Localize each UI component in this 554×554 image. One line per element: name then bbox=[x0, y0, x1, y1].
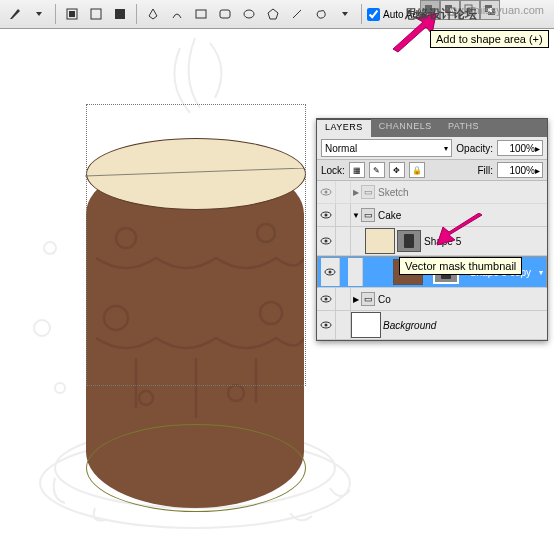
lock-fill-row: Lock: ▦ ✎ ✥ 🔒 Fill: 100%▸ bbox=[317, 159, 547, 181]
svg-point-33 bbox=[325, 191, 328, 194]
lock-label: Lock: bbox=[321, 165, 345, 176]
link-cell bbox=[336, 181, 351, 203]
opacity-label: Opacity: bbox=[456, 143, 493, 154]
svg-rect-4 bbox=[196, 10, 206, 18]
paths-icon[interactable] bbox=[85, 3, 107, 25]
layer-cake-group[interactable]: ▼ ▭ Cake bbox=[317, 204, 547, 227]
blend-mode-select[interactable]: Normal bbox=[321, 139, 452, 157]
svg-line-31 bbox=[85, 168, 305, 176]
svg-point-37 bbox=[325, 240, 328, 243]
visibility-icon[interactable] bbox=[317, 288, 336, 310]
svg-point-21 bbox=[34, 320, 50, 336]
layer-name: Cake bbox=[378, 210, 401, 221]
lock-pixels-icon[interactable]: ✎ bbox=[369, 162, 385, 178]
svg-point-20 bbox=[44, 242, 56, 254]
rounded-rect-icon[interactable] bbox=[214, 3, 236, 25]
fill-input[interactable]: 100%▸ bbox=[497, 162, 543, 178]
lock-position-icon[interactable]: ✥ bbox=[389, 162, 405, 178]
visibility-icon[interactable] bbox=[317, 311, 336, 339]
svg-point-22 bbox=[55, 383, 65, 393]
custom-shape-icon[interactable] bbox=[310, 3, 332, 25]
svg-point-6 bbox=[244, 10, 254, 18]
overlay-text: 思缘设计论坛 bbox=[405, 6, 477, 23]
pen-tool-icon[interactable] bbox=[4, 3, 26, 25]
layer-thumbnail[interactable] bbox=[351, 312, 381, 338]
layer-sketch[interactable]: ▶ ▭ Sketch bbox=[317, 181, 547, 204]
blend-opacity-row: Normal Opacity: 100%▸ bbox=[317, 137, 547, 159]
svg-point-29 bbox=[139, 391, 153, 405]
lock-all-icon[interactable]: 🔒 bbox=[409, 162, 425, 178]
tab-channels[interactable]: CHANNELS bbox=[371, 119, 440, 137]
panel-tabs: LAYERS CHANNELS PATHS bbox=[317, 119, 547, 137]
svg-rect-5 bbox=[220, 10, 230, 18]
layer-co-group[interactable]: ▶ ▭ Co bbox=[317, 288, 547, 311]
svg-point-35 bbox=[325, 214, 328, 217]
layer-background[interactable]: Background bbox=[317, 311, 547, 340]
layer-name: Background bbox=[383, 320, 436, 331]
visibility-icon[interactable] bbox=[321, 258, 340, 286]
svg-line-7 bbox=[293, 10, 301, 18]
link-cell bbox=[336, 288, 351, 310]
svg-point-39 bbox=[329, 271, 332, 274]
fill-pixels-icon[interactable] bbox=[109, 3, 131, 25]
svg-rect-3 bbox=[115, 9, 125, 19]
folder-icon: ▭ bbox=[361, 208, 375, 222]
vector-mask-thumbnail[interactable] bbox=[397, 230, 421, 252]
svg-point-30 bbox=[228, 385, 244, 401]
svg-point-41 bbox=[325, 298, 328, 301]
separator bbox=[361, 4, 362, 24]
pen-icon[interactable] bbox=[142, 3, 164, 25]
rectangle-icon[interactable] bbox=[190, 3, 212, 25]
separator bbox=[55, 4, 56, 24]
visibility-icon[interactable] bbox=[317, 181, 336, 203]
tooltip-add-shape: Add to shape area (+) bbox=[430, 30, 549, 48]
visibility-icon[interactable] bbox=[317, 204, 336, 226]
twirl-icon[interactable]: ▼ bbox=[351, 211, 361, 220]
transform-bounds[interactable] bbox=[86, 104, 306, 386]
freeform-pen-icon[interactable] bbox=[166, 3, 188, 25]
path-line bbox=[85, 168, 305, 178]
svg-rect-2 bbox=[91, 9, 101, 19]
tab-layers[interactable]: LAYERS bbox=[317, 119, 371, 137]
pink-arrow-icon bbox=[437, 213, 487, 249]
blend-mode-value: Normal bbox=[325, 143, 357, 154]
layer-shape5[interactable]: Shape 5 bbox=[317, 227, 547, 256]
link-cell bbox=[336, 227, 351, 255]
dropdown-icon[interactable] bbox=[28, 3, 50, 25]
dropdown-icon[interactable] bbox=[334, 3, 356, 25]
svg-point-43 bbox=[325, 324, 328, 327]
polygon-icon[interactable] bbox=[262, 3, 284, 25]
link-cell bbox=[336, 311, 351, 339]
layer-name: Sketch bbox=[378, 187, 409, 198]
folder-icon: ▭ bbox=[361, 292, 375, 306]
tab-paths[interactable]: PATHS bbox=[440, 119, 487, 137]
opacity-input[interactable]: 100%▸ bbox=[497, 140, 543, 156]
svg-rect-1 bbox=[69, 11, 75, 17]
line-icon[interactable] bbox=[286, 3, 308, 25]
fill-label: Fill: bbox=[477, 165, 493, 176]
ellipse-icon[interactable] bbox=[238, 3, 260, 25]
auto-add-delete-input[interactable] bbox=[367, 8, 380, 21]
cake-bottom-path[interactable] bbox=[86, 424, 306, 512]
folder-icon: ▭ bbox=[361, 185, 375, 199]
layers-panel: LAYERS CHANNELS PATHS Normal Opacity: 10… bbox=[316, 118, 548, 341]
lock-transparency-icon[interactable]: ▦ bbox=[349, 162, 365, 178]
twirl-icon[interactable]: ▶ bbox=[351, 295, 361, 304]
twirl-icon[interactable]: ▶ bbox=[351, 188, 361, 197]
separator bbox=[136, 4, 137, 24]
link-cell bbox=[348, 258, 363, 286]
tooltip-vector-mask: Vector mask thumbnail bbox=[399, 257, 522, 275]
visibility-icon[interactable] bbox=[317, 227, 336, 255]
layer-name: Co bbox=[378, 294, 391, 305]
link-cell bbox=[336, 204, 351, 226]
shape-layers-icon[interactable] bbox=[61, 3, 83, 25]
layer-thumbnail[interactable] bbox=[365, 228, 395, 254]
